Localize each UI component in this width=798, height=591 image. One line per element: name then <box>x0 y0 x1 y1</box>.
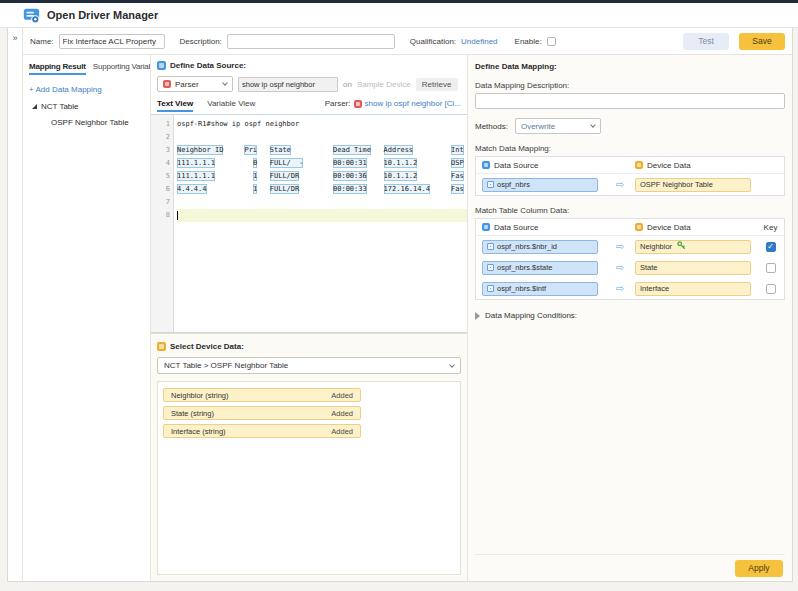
parsed-cell[interactable]: FULL/DR <box>270 184 300 194</box>
parser-link-text[interactable]: show ip ospf neighbor [Ci... <box>365 99 462 108</box>
on-label: on <box>343 80 352 89</box>
variable-icon <box>487 243 494 250</box>
parsed-cell[interactable]: Fas <box>451 184 464 194</box>
key-icon <box>675 241 686 252</box>
parsed-cell[interactable]: Int <box>451 145 464 155</box>
enable-checkbox[interactable] <box>547 37 556 46</box>
name-input[interactable] <box>59 34 165 49</box>
parsed-cell[interactable]: Address <box>384 145 414 155</box>
code-line[interactable] <box>177 131 467 144</box>
device-field-row[interactable]: Interface (string)Added <box>163 424 361 438</box>
key-checkbox[interactable]: ✓ <box>766 242 776 252</box>
data-source-pill[interactable]: ospf_nbrs.$state <box>482 261 598 275</box>
parsed-cell[interactable]: 10.1.1.2 <box>384 171 418 181</box>
mapping-description-input[interactable] <box>475 93 785 109</box>
device-data-dropdown[interactable]: NCT Table > OSPF Neighbor Table <box>157 357 461 374</box>
line-number: 3 <box>151 144 170 157</box>
define-data-source-section: Define Data Source: Parser on Sample Dev… <box>151 55 467 112</box>
device-data-pill[interactable]: OSPF Neighbor Table <box>635 178 751 192</box>
parsed-cell[interactable]: 4.4.4.4 <box>177 184 207 194</box>
code-line[interactable] <box>177 196 467 209</box>
data-source-cell: ospf_nbrs.$intf <box>476 282 605 296</box>
key-cell <box>757 284 784 294</box>
editor-gutter: 12345678 <box>151 115 174 332</box>
parsed-cell[interactable]: Pri <box>244 145 257 155</box>
code-line[interactable]: Neighbor ID Pri State Dead Time Address … <box>177 144 467 157</box>
data-source-cell: ospf_nbrs <box>476 178 605 192</box>
left-sidebar: Mapping Result Supporting Variables + Ad… <box>23 55 151 581</box>
device-data-dropdown-value: NCT Table > OSPF Neighbor Table <box>164 361 288 370</box>
key-checkbox[interactable] <box>766 284 776 294</box>
open-driver-manager-window: { "window": { "title": "Open Driver Mana… <box>0 0 798 591</box>
chevron-down-icon <box>222 80 228 86</box>
middle-panel: Define Data Source: Parser on Sample Dev… <box>151 55 468 581</box>
expand-right-icon <box>475 312 480 320</box>
tab-supporting-variables[interactable]: Supporting Variables <box>93 62 151 75</box>
code-line[interactable]: 111.1.1.1 0 FULL/ - 00:00:31 10.1.1.2 OS… <box>177 157 467 170</box>
mapping-row: ospf_nbrs⇨OSPF Neighbor Table <box>476 174 784 195</box>
device-field-row[interactable]: Neighbior (string)Added <box>163 388 361 402</box>
parsed-cell[interactable]: FULL/DR <box>270 171 300 181</box>
parsed-cell[interactable]: OSP <box>451 158 464 168</box>
code-text <box>413 146 451 154</box>
code-editor[interactable]: 12345678 ospf-R1#show ip ospf neighborNe… <box>151 114 467 333</box>
data-mapping-conditions-toggle[interactable]: Data Mapping Conditions: <box>475 311 785 320</box>
tree-node-ospf-neighbor-table[interactable]: OSPF Neighbor Table <box>29 118 150 127</box>
device-data-pill[interactable]: Neighbior <box>635 240 751 254</box>
collapse-panel-icon[interactable]: » <box>12 33 17 43</box>
device-field-status: Added <box>331 409 353 418</box>
data-source-pill[interactable]: ospf_nbrs <box>482 178 598 192</box>
description-input[interactable] <box>227 34 395 49</box>
right-panel-footer: Apply <box>475 554 785 581</box>
device-data-pill[interactable]: Interface <box>635 282 751 296</box>
parsed-cell[interactable]: Fas <box>451 171 464 181</box>
apply-button[interactable]: Apply <box>735 560 783 577</box>
code-text <box>417 159 451 167</box>
methods-dropdown[interactable]: Overwrite <box>515 118 601 134</box>
parser-type-dropdown[interactable]: Parser <box>157 76 233 92</box>
tab-variable-view[interactable]: Variable View <box>207 99 255 110</box>
data-source-pill[interactable]: ospf_nbrs.$nbr_id <box>482 240 598 254</box>
tree-expander-icon[interactable] <box>32 104 37 109</box>
device-data-pill[interactable]: State <box>635 261 751 275</box>
code-line[interactable]: 4.4.4.4 1 FULL/DR 00:00:33 172.16.14.4 F… <box>177 183 467 196</box>
device-field-row[interactable]: State (string)Added <box>163 406 361 420</box>
parsed-cell[interactable]: 10.1.1.2 <box>384 158 418 168</box>
device-field-name: Neighbior (string) <box>171 391 229 400</box>
sample-device-link[interactable]: Sample Device <box>357 80 411 89</box>
tab-text-view[interactable]: Text View <box>157 99 193 112</box>
parsed-cell[interactable]: 00:00:31 <box>333 158 367 168</box>
editor-code-area[interactable]: ospf-R1#show ip ospf neighborNeighbor ID… <box>174 115 467 332</box>
parsed-cell[interactable]: Dead Time <box>333 145 371 155</box>
code-text <box>299 185 333 193</box>
parsed-cell[interactable]: 111.1.1.1 <box>177 158 215 168</box>
code-text <box>207 185 253 193</box>
save-button[interactable]: Save <box>739 33 785 50</box>
parsed-cell[interactable]: 00:00:36 <box>333 171 367 181</box>
tree-node-nct-table[interactable]: NCT Table <box>29 102 150 111</box>
test-button[interactable]: Test <box>683 33 729 50</box>
define-data-source-label: Define Data Source: <box>170 61 246 70</box>
mapping-row: ospf_nbrs.$nbr_id⇨Neighbior✓ <box>476 236 784 257</box>
parsed-cell[interactable]: 111.1.1.1 <box>177 171 215 181</box>
code-text <box>257 185 270 193</box>
code-line[interactable]: ospf-R1#show ip ospf neighbor <box>177 118 467 131</box>
parsed-cell[interactable]: 172.16.14.4 <box>384 184 430 194</box>
add-data-mapping-link[interactable]: + Add Data Mapping <box>29 85 150 94</box>
code-line[interactable]: 111.1.1.1 1 FULL/DR 00:00:36 10.1.1.2 Fa… <box>177 170 467 183</box>
map-arrow-icon: ⇨ <box>616 263 624 273</box>
key-checkbox[interactable] <box>766 263 776 273</box>
match-data-mapping-table: Data Source Device Data ospf_nbrs⇨OSPF N… <box>475 156 785 196</box>
command-input[interactable] <box>238 77 338 92</box>
map-arrow-cell: ⇨ <box>605 180 635 190</box>
tab-mapping-result[interactable]: Mapping Result <box>29 62 86 75</box>
retrieve-button[interactable]: Retrieve <box>416 78 458 91</box>
parsed-cell[interactable]: FULL/ - <box>270 158 304 168</box>
parsed-cell[interactable]: Neighbor ID <box>177 145 223 155</box>
parsed-cell[interactable]: State <box>270 145 291 155</box>
data-source-pill[interactable]: ospf_nbrs.$intf <box>482 282 598 296</box>
parsed-cell[interactable]: 00:00:33 <box>333 184 367 194</box>
qualification-link[interactable]: Undefined <box>461 37 497 46</box>
select-device-data-header: Select Device Data: <box>157 342 461 351</box>
code-line[interactable] <box>177 209 467 222</box>
